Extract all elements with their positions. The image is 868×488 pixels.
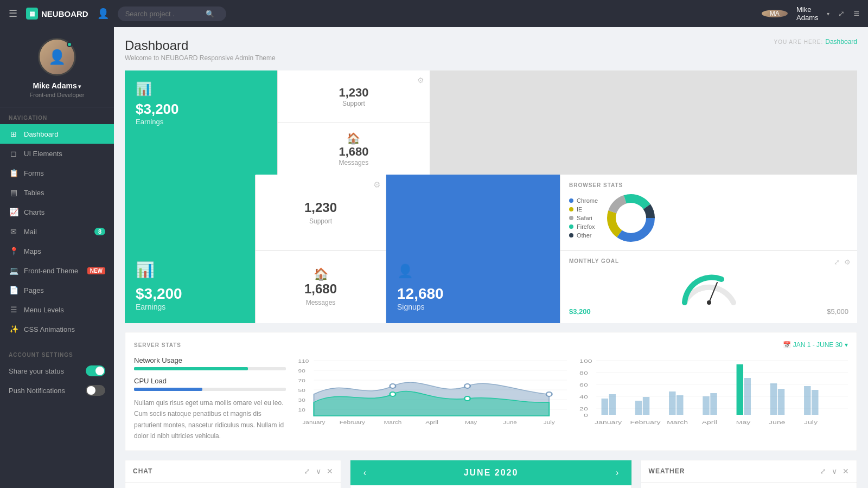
- messages-lbl: Messages: [306, 299, 336, 306]
- goal-target-value: $5,000: [827, 307, 848, 316]
- svg-rect-43: [602, 399, 608, 415]
- svg-rect-51: [737, 364, 743, 415]
- support-value: 1,230: [339, 86, 368, 100]
- share-status-label: Share your status: [9, 367, 86, 375]
- bottom-row: CHAT ⤢ ∨ ✕ 👩 Hey Mike...Nullam qui: [125, 460, 857, 488]
- support-settings-icon[interactable]: ⚙: [373, 180, 380, 190]
- signups-lbl: Signups: [397, 303, 549, 311]
- sidebar-item-frontend-theme[interactable]: 💻 Front-end Theme NEW: [0, 261, 114, 280]
- sidebar-username[interactable]: Mike Adams: [33, 81, 81, 90]
- username-chevron[interactable]: ▾: [827, 11, 829, 17]
- new-badge: NEW: [87, 267, 105, 274]
- sidebar-item-css-animations[interactable]: ✨ CSS Animations: [0, 319, 114, 339]
- goal-expand-icon[interactable]: ⤢: [834, 258, 840, 266]
- search-input[interactable]: [125, 10, 201, 18]
- topnav-menu-icon[interactable]: ≡: [853, 8, 859, 20]
- sidebar: 👤 Mike Adams Front-end Developer NAVIGAT…: [0, 27, 114, 488]
- svg-rect-49: [703, 396, 709, 415]
- expand-icon[interactable]: ⤢: [838, 9, 845, 18]
- svg-text:June: June: [769, 420, 786, 425]
- sidebar-item-maps[interactable]: 📍 Maps: [0, 241, 114, 261]
- sidebar-item-menu-levels[interactable]: ☰ Menu Levels: [0, 300, 114, 319]
- svg-text:January: January: [595, 420, 622, 425]
- other-dot: [569, 233, 573, 237]
- earnings-card: 📊 $3,200 Earnings: [125, 70, 277, 175]
- calendar-prev-button[interactable]: ‹: [358, 468, 371, 478]
- earnings-val: $3,200: [136, 285, 244, 303]
- username-label[interactable]: Mike Adams: [796, 5, 818, 22]
- sidebar-item-mail[interactable]: ✉ Mail 8: [0, 222, 114, 241]
- browser-stats-card: BROWSER STATS Chrome IE Safari Firefox O…: [560, 175, 857, 250]
- svg-text:80: 80: [579, 370, 588, 376]
- legend-safari: Safari: [569, 215, 598, 221]
- svg-rect-54: [778, 389, 784, 415]
- svg-point-23: [390, 392, 395, 396]
- svg-text:April: April: [425, 420, 438, 425]
- hamburger-icon[interactable]: ☰: [9, 8, 17, 20]
- earnings-lbl: Earnings: [136, 303, 244, 311]
- weather-minimize-icon[interactable]: ∨: [832, 467, 837, 476]
- sidebar-item-forms[interactable]: 📋 Forms: [0, 163, 114, 183]
- monthly-goal-card: MONTHLY GOAL ⤢ ⚙ $3,200: [560, 251, 857, 323]
- topnav-right-section: MA Mike Adams ▾ ⤢ ≡: [762, 5, 859, 22]
- safari-dot: [569, 216, 573, 220]
- server-stats-date-range[interactable]: 📅 JAN 1 - JUNE 30 ▾: [783, 341, 848, 349]
- push-notifications-label: Push Notifications: [9, 387, 86, 395]
- sidebar-item-tables[interactable]: ▤ Tables: [0, 183, 114, 202]
- ie-label: IE: [577, 206, 582, 213]
- signups-card: 👤 12,680 Signups: [386, 175, 560, 323]
- legend-other: Other: [569, 232, 598, 239]
- weather-close-icon[interactable]: ✕: [843, 467, 849, 476]
- svg-text:70: 70: [298, 378, 305, 383]
- area-chart-svg: 110 90 70 50 30 10: [297, 356, 567, 427]
- sidebar-item-pages[interactable]: 📄 Pages: [0, 280, 114, 300]
- gauge-container: [569, 267, 848, 305]
- svg-point-24: [464, 396, 470, 401]
- sidebar-item-ui-elements[interactable]: ◻ UI Elements: [0, 144, 114, 163]
- cpu-load-section: CPU Load: [134, 377, 286, 391]
- sidebar-label-mail: Mail: [24, 228, 37, 236]
- sidebar-item-charts[interactable]: 📈 Charts: [0, 202, 114, 222]
- chat-header: CHAT ⤢ ∨ ✕: [125, 460, 341, 483]
- gauge-chart: [676, 267, 742, 305]
- support-card: ⚙ 1,230 Support: [278, 70, 430, 123]
- chrome-dot: [569, 198, 573, 203]
- server-stats-title: SERVER STATS: [134, 342, 181, 348]
- goal-gear-icon[interactable]: ⚙: [844, 258, 851, 266]
- support-gear-icon[interactable]: ⚙: [417, 76, 424, 85]
- sidebar-label-menu: Menu Levels: [24, 306, 64, 314]
- server-stats-left: Network Usage CPU Load Nullam quis risus…: [134, 356, 286, 442]
- svg-text:40: 40: [579, 394, 588, 400]
- top-navbar: ☰ ▦ NEUBOARD 👤 🔍 MA Mike Adams ▾ ⤢ ≡: [0, 0, 868, 27]
- logo-text: NEUBOARD: [41, 9, 88, 18]
- cpu-progress-bg: [134, 388, 286, 391]
- avatar[interactable]: MA: [762, 10, 788, 17]
- svg-text:May: May: [736, 420, 751, 425]
- weather-expand-icon[interactable]: ⤢: [820, 467, 826, 476]
- svg-rect-48: [676, 395, 683, 415]
- browser-stats-title: BROWSER STATS: [569, 182, 848, 188]
- chat-expand-icon[interactable]: ⤢: [304, 467, 310, 476]
- share-status-toggle[interactable]: [86, 365, 105, 376]
- push-notifications-toggle[interactable]: [86, 385, 105, 396]
- user-profile-icon[interactable]: 👤: [97, 8, 109, 20]
- sidebar-label-pages: Pages: [24, 286, 44, 294]
- support-card-v2: ⚙ 1,230 Support: [256, 175, 386, 250]
- svg-rect-50: [710, 393, 717, 415]
- share-status-toggle-row: Share your status: [0, 361, 114, 381]
- signups-val: 12,680: [397, 285, 549, 303]
- firefox-dot: [569, 224, 573, 229]
- svg-text:20: 20: [579, 406, 588, 412]
- chat-minimize-icon[interactable]: ∨: [316, 467, 321, 476]
- browser-donut-chart: [607, 194, 655, 242]
- svg-text:60: 60: [579, 382, 588, 388]
- chat-close-icon[interactable]: ✕: [327, 467, 333, 476]
- legend-chrome: Chrome: [569, 197, 598, 204]
- svg-text:0: 0: [584, 413, 588, 418]
- messages-card: 🏠 1,680 Messages: [278, 123, 430, 175]
- sidebar-avatar: 👤: [38, 38, 76, 76]
- svg-text:February: February: [340, 420, 366, 425]
- calendar-next-button[interactable]: ›: [611, 468, 624, 478]
- sidebar-item-dashboard[interactable]: ⊞ Dashboard: [0, 124, 114, 144]
- svg-text:110: 110: [298, 358, 309, 363]
